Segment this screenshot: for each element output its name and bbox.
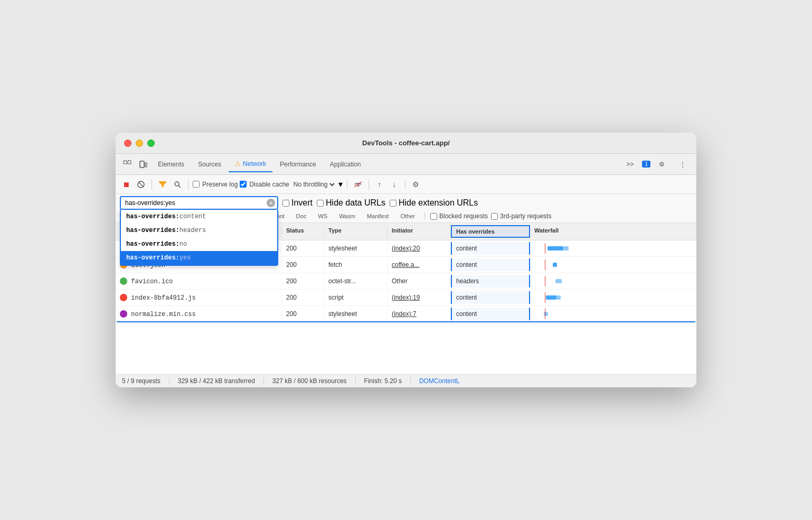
filter-button[interactable] xyxy=(156,178,169,191)
blocked-checkbox[interactable] xyxy=(430,213,437,220)
type-filter-other[interactable]: Other xyxy=(396,212,419,220)
throttle-select[interactable]: No throttling xyxy=(291,180,336,189)
disable-cache-checkbox[interactable] xyxy=(240,181,247,188)
dom-content-loaded[interactable]: DOMContentL xyxy=(419,377,460,385)
devtools-tabbar: Elements Sources ⚠ Network Performance A… xyxy=(116,154,696,175)
hide-data-urls-option[interactable]: Hide data URLs xyxy=(317,198,385,208)
tab-elements[interactable]: Elements xyxy=(152,156,191,172)
td-status: 200 xyxy=(282,242,324,255)
minimize-button[interactable] xyxy=(136,140,143,147)
js-icon xyxy=(120,294,127,301)
td-status: 200 xyxy=(282,258,324,271)
waterfall-bar-light xyxy=(563,246,569,250)
tab-sources[interactable]: Sources xyxy=(192,156,228,172)
file-name: index-8bfa4912.js xyxy=(131,294,195,302)
tab-network[interactable]: ⚠ Network xyxy=(229,156,272,172)
autocomplete-item-yes[interactable]: has-overrides:yes xyxy=(121,251,277,265)
disable-cache-label[interactable]: Disable cache xyxy=(240,181,289,188)
status-divider-2 xyxy=(263,377,264,385)
autocomplete-key: has-overrides: xyxy=(126,240,180,248)
window-title: DevTools - coffee-cart.app/ xyxy=(362,139,450,147)
autocomplete-item-content[interactable]: has-overrides:content xyxy=(121,210,277,224)
hide-data-urls-checkbox[interactable] xyxy=(317,200,324,207)
waterfall-bar xyxy=(534,292,692,303)
td-waterfall xyxy=(530,240,696,256)
table-row[interactable]: favicon.ico 200 octet-str... Other heade… xyxy=(116,273,696,290)
td-waterfall xyxy=(530,306,696,322)
download-har-button[interactable]: ↓ xyxy=(388,178,401,191)
notification-badge: 1 xyxy=(642,161,650,168)
type-filter-doc[interactable]: Doc xyxy=(292,212,311,220)
td-type: stylesheet xyxy=(324,242,388,255)
preserve-log-label[interactable]: Preserve log xyxy=(193,181,238,188)
requests-count: 5 / 9 requests xyxy=(122,377,160,385)
type-filter-ws[interactable]: WS xyxy=(314,212,332,220)
waterfall-bar-blue xyxy=(553,263,557,267)
th-initiator: Initiator xyxy=(388,225,451,238)
type-filter-wasm[interactable]: Wasm xyxy=(335,212,360,220)
hide-data-urls-label: Hide data URLs xyxy=(326,198,385,208)
initiator-link[interactable]: (index):20 xyxy=(392,245,420,252)
waterfall-bar xyxy=(534,309,692,319)
autocomplete-item-headers[interactable]: has-overrides:headers xyxy=(121,224,277,237)
waterfall-bar-blue xyxy=(546,295,556,300)
network-settings-button[interactable]: ⚙ xyxy=(410,178,422,191)
preserve-log-checkbox[interactable] xyxy=(193,181,200,188)
clear-filter-button[interactable]: ✕ xyxy=(267,199,275,207)
tab-application[interactable]: Application xyxy=(324,156,367,172)
th-has-overrides: Has overrides xyxy=(451,225,530,238)
search-container: ✕ has-overrides:content has-overrides:he… xyxy=(120,196,278,210)
initiator-link[interactable]: (index):19 xyxy=(392,294,420,301)
waterfall-bar-blue xyxy=(547,246,563,250)
svg-rect-0 xyxy=(124,161,127,164)
network-toolbar: ⏹ Preserve log Disable cache xyxy=(116,175,696,194)
table-row[interactable]: index-8bfa4912.js 200 script (index):19 … xyxy=(116,290,696,306)
invert-option[interactable]: Invert xyxy=(282,198,313,208)
autocomplete-item-no[interactable]: has-overrides:no xyxy=(121,237,277,251)
third-party-option[interactable]: 3rd-party requests xyxy=(491,212,551,220)
maximize-button[interactable] xyxy=(147,140,155,147)
inspect-icon[interactable] xyxy=(120,157,135,172)
more-tabs-button[interactable]: >> xyxy=(620,156,640,172)
td-type: fetch xyxy=(324,258,388,271)
invert-checkbox[interactable] xyxy=(282,200,289,207)
initiator-text: Other xyxy=(392,277,408,285)
waterfall-line-red xyxy=(545,243,545,254)
third-party-label: 3rd-party requests xyxy=(500,212,551,220)
td-waterfall xyxy=(530,257,696,273)
hide-extension-urls-option[interactable]: Hide extension URLs xyxy=(390,198,478,208)
type-filter-manifest[interactable]: Manifest xyxy=(363,212,393,220)
menu-button[interactable]: ⋮ xyxy=(673,156,692,172)
toolbar-divider-5 xyxy=(405,179,405,190)
toolbar-divider-4 xyxy=(369,179,369,190)
third-party-checkbox[interactable] xyxy=(491,213,498,220)
td-type: octet-str... xyxy=(324,275,388,287)
device-icon[interactable] xyxy=(136,157,150,172)
blocked-requests-option[interactable]: Blocked requests xyxy=(430,212,488,220)
settings-button[interactable]: ⚙ xyxy=(653,156,671,172)
search-button[interactable] xyxy=(171,178,184,191)
td-status: 200 xyxy=(282,291,324,304)
wifi-icon[interactable] xyxy=(352,178,364,191)
invert-label: Invert xyxy=(291,198,313,208)
upload-har-button[interactable]: ↑ xyxy=(373,178,386,191)
clear-button[interactable] xyxy=(135,178,147,191)
td-has-overrides: headers xyxy=(451,275,530,287)
waterfall-bar-light xyxy=(555,279,562,283)
waterfall-bar-light xyxy=(556,295,561,300)
autocomplete-dropdown: has-overrides:content has-overrides:head… xyxy=(120,210,278,266)
filter-input[interactable] xyxy=(120,196,278,210)
stop-recording-button[interactable]: ⏹ xyxy=(120,178,133,191)
filter-row-1: ✕ has-overrides:content has-overrides:he… xyxy=(120,196,692,210)
initiator-link[interactable]: (index):7 xyxy=(392,310,417,318)
status-divider-3 xyxy=(355,377,356,385)
initiator-link[interactable]: coffee.a... xyxy=(392,261,419,268)
hide-extension-urls-checkbox[interactable] xyxy=(390,200,396,207)
blocked-label: Blocked requests xyxy=(439,212,488,220)
tab-performance[interactable]: Performance xyxy=(273,156,323,172)
close-button[interactable] xyxy=(124,140,131,147)
filter-bar: ✕ has-overrides:content has-overrides:he… xyxy=(116,194,696,223)
toolbar-divider-2 xyxy=(188,179,188,190)
table-row[interactable]: normalize.min.css 200 stylesheet (index)… xyxy=(116,306,696,322)
status-bar: 5 / 9 requests 329 kB / 422 kB transferr… xyxy=(116,374,696,387)
